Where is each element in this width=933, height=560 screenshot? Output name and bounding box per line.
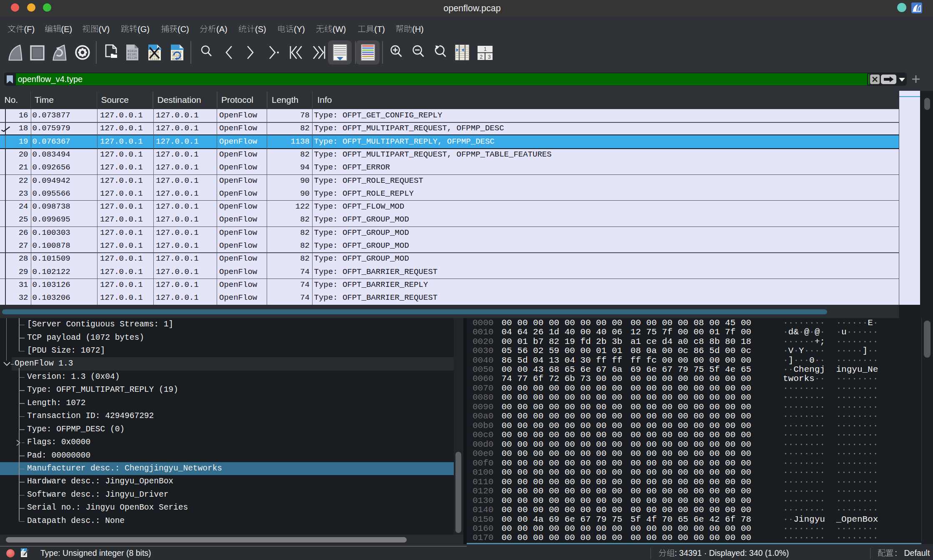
- svg-text:1: 1: [484, 46, 487, 52]
- svg-text:3: 3: [488, 54, 491, 60]
- svg-text:2: 2: [480, 54, 483, 60]
- svg-text:01110: 01110: [128, 56, 137, 60]
